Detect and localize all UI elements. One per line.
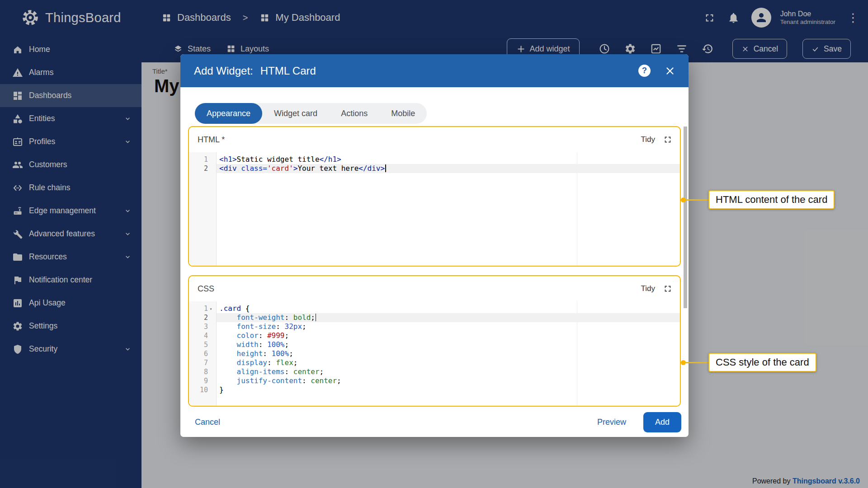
dialog-cancel-button[interactable]: Cancel <box>195 418 220 427</box>
css-tidy-button[interactable]: Tidy <box>641 284 656 293</box>
callout-html-content: HTML content of the card <box>681 190 835 209</box>
dialog-widget-type: HTML Card <box>260 65 316 77</box>
code-line[interactable]: .card { <box>217 304 680 313</box>
code-line[interactable]: width: 100%; <box>217 340 680 349</box>
dialog-scrollbar[interactable] <box>684 127 687 308</box>
callout-css-style: CSS style of the card <box>681 353 816 372</box>
css-code-editor[interactable]: 1▾2345678910 .card { font-weight: bold; … <box>189 301 680 406</box>
dialog-add-button[interactable]: Add <box>643 412 681 432</box>
tab-mobile[interactable]: Mobile <box>379 103 427 124</box>
line-number: 1 <box>189 155 216 164</box>
code-line[interactable]: font-size: 32px; <box>217 322 680 331</box>
dialog-title: Add Widget: <box>194 65 253 77</box>
code-line[interactable]: } <box>217 385 680 394</box>
tab-widget-card[interactable]: Widget card <box>262 103 329 124</box>
html-editor-gutter: 12 <box>189 152 217 266</box>
css-expand-icon[interactable] <box>663 284 673 294</box>
line-number: 1▾ <box>189 304 216 313</box>
css-editor-label: CSS <box>198 284 214 294</box>
line-number: 4 <box>189 331 216 340</box>
line-number: 7 <box>189 358 216 367</box>
css-editor-gutter: 1▾2345678910 <box>189 301 217 406</box>
text-cursor <box>385 164 386 172</box>
html-tidy-button[interactable]: Tidy <box>641 135 656 144</box>
code-line[interactable]: align-items: center; <box>217 367 680 376</box>
html-editor-header: HTML * Tidy <box>189 127 680 152</box>
html-editor-code[interactable]: <h1>Static widget title</h1><div class='… <box>217 152 680 266</box>
callout-dot <box>681 197 686 202</box>
text-cursor <box>316 314 316 321</box>
line-number: 2 <box>189 164 216 173</box>
html-expand-icon[interactable] <box>663 135 673 145</box>
html-code-editor[interactable]: 12 <h1>Static widget title</h1><div clas… <box>189 152 680 266</box>
html-editor-section: HTML * Tidy 12 <h1>Static widget title</… <box>188 126 681 267</box>
callout-text: HTML content of the card <box>708 190 835 209</box>
code-line[interactable]: justify-content: center; <box>217 376 680 385</box>
callout-line <box>686 362 708 363</box>
html-editor-label: HTML * <box>198 135 225 145</box>
dialog-tabs: AppearanceWidget cardActionsMobile <box>195 103 427 124</box>
tab-appearance[interactable]: Appearance <box>195 103 262 124</box>
code-line[interactable]: <h1>Static widget title</h1> <box>217 155 680 164</box>
callout-text: CSS style of the card <box>708 353 816 372</box>
help-button[interactable]: ? <box>638 65 651 77</box>
tab-actions[interactable]: Actions <box>329 103 379 124</box>
css-editor-actions: Tidy <box>641 284 673 294</box>
callout-line <box>686 199 708 201</box>
code-line[interactable]: color: #999; <box>217 331 680 340</box>
code-line[interactable]: display: flex; <box>217 358 680 367</box>
line-number: 10 <box>189 385 216 394</box>
add-widget-dialog: Add Widget: HTML Card ? AppearanceWidget… <box>180 54 689 437</box>
line-number: 3 <box>189 322 216 331</box>
question-icon: ? <box>642 66 647 75</box>
screen: ThingsBoard HomeAlarmsDashboardsEntities… <box>0 0 868 488</box>
line-number: 8 <box>189 367 216 376</box>
callout-dot <box>681 360 686 365</box>
css-editor-header: CSS Tidy <box>189 276 680 301</box>
dialog-footer: Cancel Preview Add <box>180 407 689 437</box>
dialog-header: Add Widget: HTML Card ? <box>180 54 689 87</box>
dialog-body: AppearanceWidget cardActionsMobile HTML … <box>180 87 689 407</box>
css-editor-section: CSS Tidy 1▾2345678910 .card { font-weigh… <box>188 275 681 407</box>
code-fold-icon[interactable]: ▾ <box>208 306 214 311</box>
code-line[interactable]: <div class='card'>Your text here</div> <box>217 164 680 173</box>
dialog-preview-button[interactable]: Preview <box>597 418 626 427</box>
code-line[interactable]: height: 100%; <box>217 349 680 358</box>
line-number: 9 <box>189 376 216 385</box>
line-number: 5 <box>189 340 216 349</box>
dialog-close-icon[interactable] <box>664 65 676 77</box>
code-line[interactable]: font-weight: bold; <box>217 313 680 322</box>
line-number: 6 <box>189 349 216 358</box>
html-editor-actions: Tidy <box>641 135 673 145</box>
line-number: 2 <box>189 313 216 322</box>
css-editor-code[interactable]: .card { font-weight: bold; font-size: 32… <box>217 301 680 406</box>
